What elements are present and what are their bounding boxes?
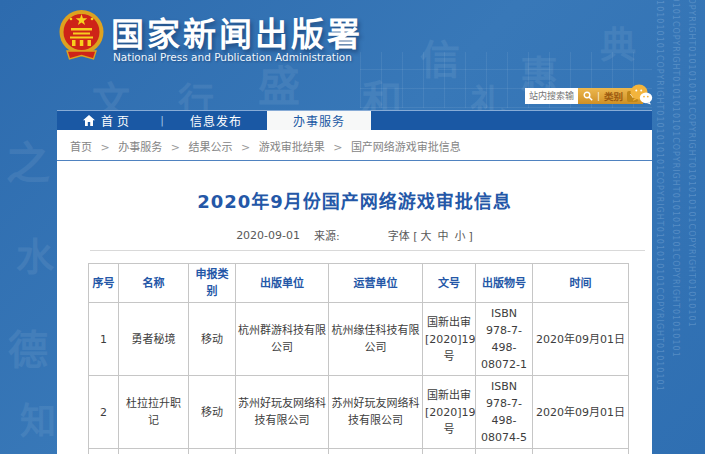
cell-isbn: ISBN 978-7-498-08076-9 xyxy=(476,449,533,454)
cell-name: 勇者秘境 xyxy=(119,303,189,376)
cell-name: 星耀购物街 xyxy=(119,449,189,454)
article-meta: 2020-09-01 来源: 字体 [大中小] xyxy=(57,227,652,243)
breadcrumb-item[interactable]: 首页 xyxy=(70,141,92,154)
breadcrumb-separator: > xyxy=(333,141,342,154)
page: 之 水 德 知 盛 信 惠 行 和 典 文 礼 0101010101COPYRI… xyxy=(0,0,705,454)
cell-operator: 苏州好玩友网络科技有限公司 xyxy=(329,376,423,449)
calligraphy-glyph: 知 xyxy=(20,392,56,444)
cell-isbn: ISBN 978-7-498-08072-1 xyxy=(476,303,533,376)
calligraphy-glyph: 信 xyxy=(420,28,460,86)
cell-publisher: 杭州群游科技有限公司 xyxy=(236,303,329,376)
col-header-date: 时间 xyxy=(533,264,629,303)
wechat-icon[interactable] xyxy=(630,84,653,105)
main-navbar: 首页 | 信息发布 办事服务 xyxy=(57,110,652,130)
font-size-large[interactable]: 大 xyxy=(421,230,432,243)
cell-approval-no: 国新出审[2020]1987号 xyxy=(423,449,476,454)
col-header-operator: 运营单位 xyxy=(329,264,423,303)
nav-tab-label: 信息发布 xyxy=(190,112,242,129)
search-icon[interactable] xyxy=(583,91,593,101)
divider xyxy=(90,250,645,251)
table-header-row: 序号 名称 申报类别 出版单位 运营单位 文号 出版物号 时间 xyxy=(89,264,629,303)
page-title: 2020年9月份国产网络游戏审批信息 xyxy=(57,187,652,213)
cell-seq: 3 xyxy=(89,449,119,454)
nav-tab-services-active[interactable]: 办事服务 xyxy=(267,111,371,130)
cell-operator: 上海仙豆网络信息科技有限责任公司 xyxy=(329,449,423,454)
cell-date: 2020年09月01日 xyxy=(533,449,629,454)
cell-seq: 2 xyxy=(89,376,119,449)
calligraphy-glyph: 德 xyxy=(8,318,48,376)
cell-date: 2020年09月01日 xyxy=(533,303,629,376)
nav-tab-label: 办事服务 xyxy=(293,112,345,129)
calligraphy-glyph: 水 xyxy=(16,226,54,281)
category-dropdown-label[interactable]: 类别 xyxy=(604,89,623,103)
font-size-control: 字体 [大中小] xyxy=(388,227,473,243)
breadcrumb-current: 国产网络游戏审批信息 xyxy=(351,141,461,154)
font-label: 字体 xyxy=(388,230,410,243)
site-subtitle: National Press and Publication Administr… xyxy=(113,51,352,63)
cell-category: 移动 xyxy=(189,376,236,449)
site-title: 国家新闻出版署 xyxy=(111,8,363,56)
cell-approval-no: 国新出审[2020]1989号 xyxy=(423,303,476,376)
col-header-approval-no: 文号 xyxy=(423,264,476,303)
search-separator: | xyxy=(597,92,600,101)
breadcrumb: 首页 > 办事服务 > 结果公示 > 游戏审批结果 > 国产网络游戏审批信息 xyxy=(57,130,652,161)
nav-tab-info-release[interactable]: 信息发布 xyxy=(165,111,267,130)
table-row: 2 杜拉拉升职记 移动 苏州好玩友网络科技有限公司 苏州好玩友网络科技有限公司 … xyxy=(89,376,629,449)
cell-isbn: ISBN 978-7-498-08074-5 xyxy=(476,376,533,449)
breadcrumb-separator: > xyxy=(101,141,110,154)
cell-category: 移动 xyxy=(189,449,236,454)
digital-text-column: 0101010101COPYRIGHT0101010101COPYRIGHT01… xyxy=(687,0,695,328)
font-size-medium[interactable]: 中 xyxy=(438,230,449,243)
digital-text-column: 0101010101COPYRIGHT0101010101COPYRIGHT01… xyxy=(655,0,663,392)
cell-seq: 1 xyxy=(89,303,119,376)
font-bracket: [ xyxy=(413,230,417,243)
breadcrumb-separator: > xyxy=(241,141,250,154)
calligraphy-glyph: 典 xyxy=(600,16,636,68)
font-bracket: ] xyxy=(469,230,473,243)
cell-name: 杜拉拉升职记 xyxy=(119,376,189,449)
font-size-small[interactable]: 小 xyxy=(455,230,466,243)
cell-approval-no: 国新出审[2020]1988号 xyxy=(423,376,476,449)
publish-date: 2020-09-01 xyxy=(236,229,300,242)
home-icon xyxy=(83,115,95,126)
background-digital-texture: 0101010101COPYRIGHT0101010101COPYRIGHT01… xyxy=(651,0,705,454)
digital-text-column: 0101010101COPYRIGHT0101010101COPYRIGHT01… xyxy=(671,0,679,358)
table-row: 1 勇者秘境 移动 杭州群游科技有限公司 杭州缘佳科技有限公司 国新出审[202… xyxy=(89,303,629,376)
cell-date: 2020年09月01日 xyxy=(533,376,629,449)
breadcrumb-separator: > xyxy=(171,141,180,154)
content-panel: 首页 > 办事服务 > 结果公示 > 游戏审批结果 > 国产网络游戏审批信息 2… xyxy=(57,130,652,454)
search-input[interactable] xyxy=(525,88,578,104)
calligraphy-glyph: 之 xyxy=(6,128,50,192)
national-emblem xyxy=(58,7,105,63)
breadcrumb-item[interactable]: 结果公示 xyxy=(188,141,232,154)
approval-table: 序号 名称 申报类别 出版单位 运营单位 文号 出版物号 时间 1 勇者秘境 移… xyxy=(88,263,629,454)
nav-tab-label: 首页 xyxy=(101,112,133,129)
cell-operator: 杭州缘佳科技有限公司 xyxy=(329,303,423,376)
col-header-category: 申报类别 xyxy=(189,264,236,303)
cell-publisher: 上海电子出版有限公司 xyxy=(236,449,329,454)
col-header-publisher: 出版单位 xyxy=(236,264,329,303)
col-header-seq: 序号 xyxy=(89,264,119,303)
table-row: 3 星耀购物街 移动 上海电子出版有限公司 上海仙豆网络信息科技有限责任公司 国… xyxy=(89,449,629,454)
cell-category: 移动 xyxy=(189,303,236,376)
nav-tab-home[interactable]: 首页 xyxy=(57,111,159,130)
breadcrumb-item[interactable]: 办事服务 xyxy=(118,141,162,154)
cell-publisher: 苏州好玩友网络科技有限公司 xyxy=(236,376,329,449)
breadcrumb-item[interactable]: 游戏审批结果 xyxy=(259,141,325,154)
col-header-isbn: 出版物号 xyxy=(476,264,533,303)
source-label: 来源: xyxy=(314,227,340,243)
site-search: | 类别 xyxy=(525,88,643,104)
col-header-name: 名称 xyxy=(119,264,189,303)
